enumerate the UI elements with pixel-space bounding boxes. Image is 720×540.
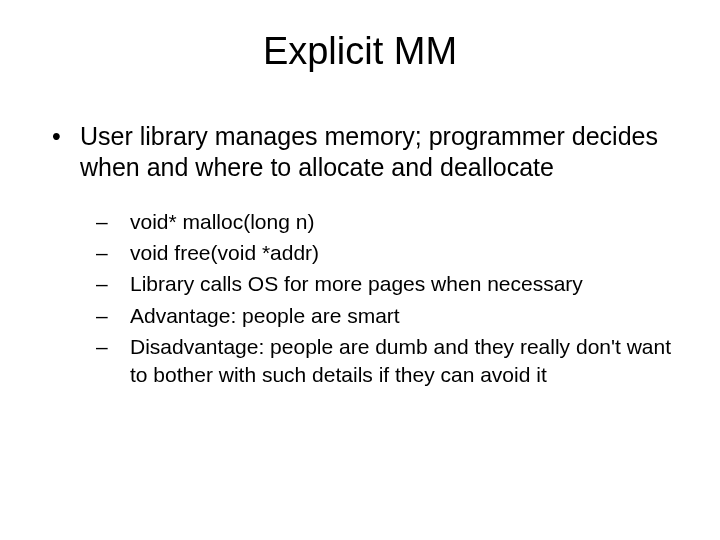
list-item-text: void* malloc(long n)	[130, 208, 680, 236]
list-item: – void* malloc(long n)	[96, 208, 680, 236]
dash-icon: –	[96, 302, 130, 330]
list-item-text: void free(void *addr)	[130, 239, 680, 267]
bullet-item: • User library manages memory; programme…	[52, 121, 680, 184]
dash-icon: –	[96, 239, 130, 267]
list-item: – void free(void *addr)	[96, 239, 680, 267]
sub-list: – void* malloc(long n) – void free(void …	[96, 208, 680, 390]
list-item-text: Advantage: people are smart	[130, 302, 680, 330]
dash-icon: –	[96, 208, 130, 236]
bullet-text: User library manages memory; programmer …	[80, 121, 680, 184]
dash-icon: –	[96, 270, 130, 298]
bullet-marker: •	[52, 121, 80, 184]
slide-title: Explicit MM	[40, 30, 680, 73]
list-item: – Disadvantage: people are dumb and they…	[96, 333, 680, 390]
list-item: – Advantage: people are smart	[96, 302, 680, 330]
list-item: – Library calls OS for more pages when n…	[96, 270, 680, 298]
dash-icon: –	[96, 333, 130, 390]
list-item-text: Disadvantage: people are dumb and they r…	[130, 333, 680, 390]
slide: Explicit MM • User library manages memor…	[0, 0, 720, 540]
list-item-text: Library calls OS for more pages when nec…	[130, 270, 680, 298]
